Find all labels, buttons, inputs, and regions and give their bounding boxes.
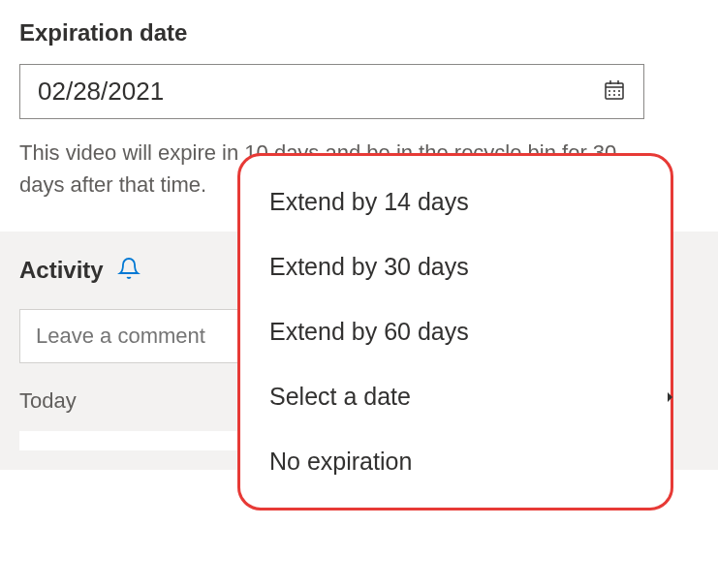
dropdown-item-label: Extend by 30 days [269,253,469,280]
dropdown-item-extend-60[interactable]: Extend by 60 days [240,299,671,364]
expiration-dropdown-menu: Extend by 14 days Extend by 30 days Exte… [237,153,673,511]
dropdown-item-label: No expiration [269,448,412,475]
dropdown-item-extend-14[interactable]: Extend by 14 days [240,170,671,234]
chevron-right-icon [668,392,672,402]
expiration-date-input[interactable]: 02/28/2021 [19,64,644,119]
dropdown-item-extend-30[interactable]: Extend by 30 days [240,234,671,299]
dropdown-item-label: Extend by 14 days [269,188,469,215]
activity-title: Activity [19,257,104,284]
comment-placeholder: Leave a comment [36,324,205,348]
dropdown-item-label: Extend by 60 days [269,318,469,345]
date-value: 02/28/2021 [38,77,603,107]
calendar-icon[interactable] [603,78,626,106]
expiration-date-label: Expiration date [19,19,699,46]
dropdown-item-select-date[interactable]: Select a date [240,364,671,429]
bell-icon[interactable] [117,257,140,284]
dropdown-item-label: Select a date [269,383,411,410]
dropdown-item-no-expiration[interactable]: No expiration [240,429,671,494]
